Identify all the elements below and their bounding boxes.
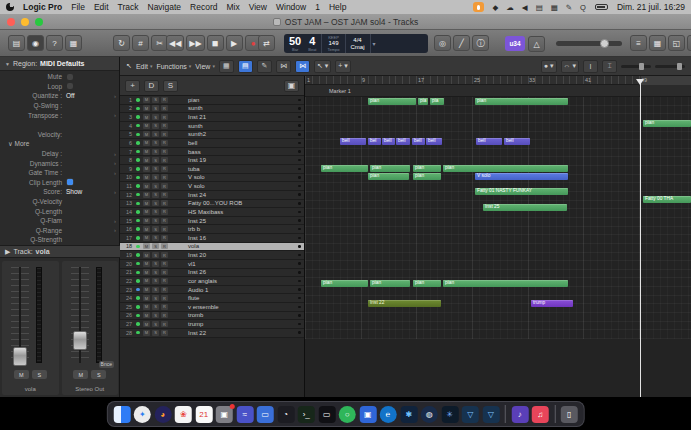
menu-bar-clock[interactable]: Dim. 21 juil. 16:29	[617, 2, 685, 12]
solo-mode-button[interactable]: ◎	[434, 35, 451, 51]
track-mute-button[interactable]: M	[143, 295, 150, 301]
track-solo-button[interactable]: S	[152, 114, 159, 120]
inspector-row-q-flam[interactable]: Q-Flam›	[0, 216, 120, 226]
master-volume-thumb[interactable]	[600, 39, 609, 48]
track-name[interactable]: Fatty 00...YOU ROB	[170, 200, 295, 206]
track-mute-button[interactable]: M	[143, 304, 150, 310]
inspector-row-velocity-[interactable]: Velocity:	[0, 130, 120, 140]
region-pian[interactable]: pian	[368, 173, 409, 180]
track-solo-button[interactable]: S	[152, 166, 159, 172]
track-row-16[interactable]: 16MSRtrb b	[120, 225, 304, 234]
play-button[interactable]: ▶	[226, 35, 243, 51]
track-solo-button[interactable]: S	[152, 287, 159, 293]
solo-button[interactable]: S	[32, 370, 47, 379]
catch-playhead-button[interactable]: I	[583, 60, 598, 73]
track-name[interactable]: Inst 24	[170, 192, 295, 198]
track-row-12[interactable]: 12MSRInst 24	[120, 191, 304, 200]
track-record-button[interactable]: R	[161, 312, 168, 318]
track-name[interactable]: vl1	[170, 261, 295, 267]
marker-lane[interactable]: Marker 1	[305, 85, 691, 97]
track-mute-button[interactable]: M	[143, 278, 150, 284]
bar-ruler[interactable]: 191725334149	[305, 76, 691, 85]
track-row-10[interactable]: 10MSRV solo	[120, 174, 304, 183]
inspector-section-more[interactable]: ∨ More	[0, 139, 120, 149]
menu-item-help[interactable]: Help	[329, 2, 346, 12]
inspector-row-delay-[interactable]: Delay :›	[0, 149, 120, 159]
region-bell[interactable]: bell	[426, 138, 442, 145]
region-bell[interactable]: bell	[340, 138, 366, 145]
track-name[interactable]: V solo	[170, 183, 295, 189]
region-pian[interactable]: pian	[321, 280, 368, 287]
custom-key-command-badge[interactable]: u34	[505, 36, 525, 51]
track-solo-button[interactable]: S	[152, 243, 159, 249]
track-record-button[interactable]: R	[161, 174, 168, 180]
flex-button[interactable]: ⋈	[276, 60, 291, 73]
track-mute-button[interactable]: M	[143, 252, 150, 258]
dock-audio-app2-icon[interactable]: ▽	[482, 406, 499, 423]
volume-icon[interactable]: ◀	[522, 3, 528, 12]
track-name[interactable]: Inst 25	[170, 218, 295, 224]
dock-fritzing-icon[interactable]: ✱	[400, 406, 417, 423]
track-name[interactable]: trump	[170, 321, 295, 327]
track-name[interactable]: trb b	[170, 226, 295, 232]
menu-item-file[interactable]: File	[71, 2, 85, 12]
track-mute-button[interactable]: M	[143, 149, 150, 155]
track-solo-button[interactable]: S	[152, 304, 159, 310]
track-inspector-header[interactable]: ▶ Track: vola	[0, 245, 120, 258]
playhead-handle[interactable]	[636, 79, 644, 85]
dock-appstore-icon[interactable]: ▣	[216, 406, 233, 423]
track-row-7[interactable]: 7MSRbass	[120, 148, 304, 157]
track-name[interactable]: bass	[170, 149, 295, 155]
track-record-button[interactable]: R	[161, 149, 168, 155]
track-mute-button[interactable]: M	[143, 123, 150, 129]
track-solo-button[interactable]: S	[152, 218, 159, 224]
track-record-button[interactable]: R	[161, 114, 168, 120]
toolbar-menu-functions[interactable]: Functions▾	[156, 63, 191, 70]
track-mute-button[interactable]: M	[143, 131, 150, 137]
tuner-button[interactable]: ⓘ	[472, 35, 489, 51]
global-solo-button[interactable]: S	[163, 80, 178, 92]
back-pointer-icon[interactable]: ↖	[126, 62, 132, 70]
track-record-button[interactable]: R	[161, 157, 168, 163]
region-inspector-header[interactable]: ▼ Region: MIDI Defaults	[0, 57, 119, 71]
count-in-button[interactable]: ↻	[113, 35, 130, 51]
track-solo-button[interactable]: S	[152, 105, 159, 111]
playhead[interactable]	[640, 79, 641, 397]
master-volume-slider[interactable]	[556, 41, 622, 46]
flex-mode-button[interactable]: ⋈	[295, 60, 310, 73]
track-solo-button[interactable]: S	[152, 209, 159, 215]
track-row-22[interactable]: 22MSRcor anglais	[120, 277, 304, 286]
region-bell[interactable]: bell	[412, 138, 425, 145]
track-mute-button[interactable]: M	[143, 157, 150, 163]
dock-clock-icon[interactable]: ◔	[277, 406, 294, 423]
track-record-button[interactable]: R	[161, 304, 168, 310]
inspector-row-transpose-[interactable]: Transpose :›	[0, 110, 120, 120]
region-inst-25[interactable]: Inst 25	[483, 204, 567, 211]
spotlight-icon[interactable]: Q	[580, 3, 586, 12]
track-mute-button[interactable]: M	[143, 261, 150, 267]
track-record-button[interactable]: R	[161, 131, 168, 137]
track-row-26[interactable]: 26MSRtromb	[120, 312, 304, 321]
snap-menu-button[interactable]: ● ▾	[541, 60, 557, 73]
track-solo-button[interactable]: S	[152, 252, 159, 258]
menu-item-logic-pro[interactable]: Logic Pro	[23, 2, 62, 12]
metronome-button[interactable]: △	[528, 36, 545, 52]
dock-discord-icon[interactable]: ≈	[236, 406, 253, 423]
track-solo-button[interactable]: S	[152, 123, 159, 129]
track-row-5[interactable]: 5MSRsunth2	[120, 131, 304, 140]
track-record-button[interactable]: R	[161, 183, 168, 189]
vertical-zoom-slider-thumb[interactable]	[639, 63, 644, 70]
zoom-window-button[interactable]	[35, 18, 43, 26]
dock-tv-icon[interactable]: ▭	[318, 406, 335, 423]
track-row-19[interactable]: 19MSRInst 20	[120, 251, 304, 260]
dock-blender-icon[interactable]: ✳	[441, 406, 458, 423]
track-lanes-grid[interactable]	[305, 97, 691, 339]
track-record-button[interactable]: R	[161, 218, 168, 224]
dock-globe-icon[interactable]: ◍	[421, 406, 438, 423]
track-mute-button[interactable]: M	[143, 330, 150, 336]
track-solo-button[interactable]: S	[152, 174, 159, 180]
vertical-zoom-slider[interactable]	[621, 65, 651, 68]
track-mute-button[interactable]: M	[143, 140, 150, 146]
lcd-tempo[interactable]: KEEP 149 Tempo	[322, 34, 345, 53]
track-mute-button[interactable]: M	[143, 114, 150, 120]
